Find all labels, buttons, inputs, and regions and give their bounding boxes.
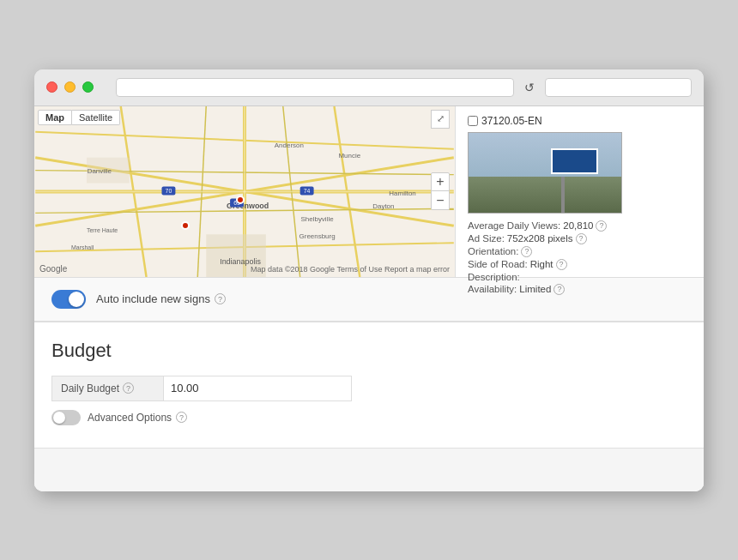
billboard-sign (551, 148, 598, 174)
zoom-out-button[interactable]: − (431, 191, 450, 210)
orientation-row: Orientation: ? (468, 246, 692, 257)
sign-id-row: 37120.05-EN (468, 115, 692, 127)
advanced-options-row: Advanced Options ? (51, 410, 687, 425)
toggle-knob (69, 292, 84, 307)
description-row: Description: (468, 272, 692, 282)
availability-help[interactable]: ? (554, 284, 565, 295)
auto-include-toggle[interactable] (51, 290, 86, 309)
side-of-road-label: Side of Road: (468, 259, 528, 269)
close-button[interactable] (46, 81, 57, 93)
advanced-options-label: Advanced Options (88, 412, 172, 424)
ad-size-value: 752x208 pixels (507, 233, 573, 244)
advanced-toggle-knob (53, 412, 65, 424)
availability-row: Availability: Limited ? (468, 284, 692, 295)
side-of-road-help[interactable]: ? (556, 259, 567, 270)
map-tab-satellite[interactable]: Satellite (72, 110, 120, 125)
advanced-options-help[interactable]: ? (176, 412, 187, 423)
ad-size-label: Ad Size: (468, 233, 505, 244)
daily-budget-help[interactable]: ? (123, 382, 134, 394)
availability-label: Availability: (468, 284, 517, 294)
auto-include-label: Auto include new signs (96, 292, 210, 305)
search-bar[interactable] (545, 78, 692, 97)
svg-text:Terre Haute: Terre Haute (87, 227, 118, 233)
map-section: Indianapolis Shelbyville Danville Greens… (34, 106, 704, 278)
svg-text:Anderson: Anderson (275, 141, 304, 148)
daily-budget-input[interactable] (163, 376, 352, 401)
svg-text:Muncie: Muncie (338, 151, 360, 159)
availability-value: Limited (519, 284, 551, 294)
ad-size-help[interactable]: ? (576, 233, 587, 244)
map-attribution: Map data ©2018 Google Terms of Use Repor… (251, 265, 450, 274)
auto-include-help[interactable]: ? (215, 293, 226, 304)
advanced-options-label-row: Advanced Options ? (88, 412, 187, 424)
map-zoom-controls: + − (431, 172, 450, 210)
reload-button[interactable]: ↺ (521, 81, 538, 94)
map-tab-map[interactable]: Map (38, 110, 72, 125)
daily-budget-row: Daily Budget ? (51, 376, 687, 401)
avg-daily-views-help[interactable]: ? (596, 220, 607, 232)
ad-size-row: Ad Size: 752x208 pixels ? (468, 233, 692, 244)
orientation-label: Orientation: (468, 246, 518, 256)
map-background: Indianapolis Shelbyville Danville Greens… (34, 106, 455, 277)
budget-section: Budget Daily Budget ? Advanced Options ? (34, 322, 704, 448)
map-tabs: Map Satellite (38, 110, 120, 125)
svg-text:70: 70 (166, 188, 172, 194)
avg-daily-views-row: Average Daily Views: 20,810 ? (468, 220, 692, 232)
maximize-button[interactable] (82, 81, 94, 93)
expand-icon: ⤢ (437, 113, 445, 124)
map-area[interactable]: Indianapolis Shelbyville Danville Greens… (34, 106, 455, 277)
google-logo: Google (39, 264, 67, 274)
daily-budget-label-cell: Daily Budget ? (51, 376, 163, 401)
advanced-options-toggle[interactable] (51, 410, 81, 425)
bottom-space (34, 449, 704, 491)
svg-text:Hamilton: Hamilton (389, 190, 415, 197)
daily-budget-label: Daily Budget (61, 382, 119, 394)
svg-text:Shelbyville: Shelbyville (301, 215, 335, 223)
main-content: Indianapolis Shelbyville Danville Greens… (34, 106, 704, 491)
map-pin-secondary (181, 221, 190, 230)
orientation-help[interactable]: ? (521, 246, 532, 257)
address-bar[interactable] (116, 78, 514, 97)
info-panel: 37120.05-EN Average Daily Views: 20,810 … (455, 106, 704, 277)
minimize-button[interactable] (64, 81, 76, 93)
title-bar: ↺ (34, 69, 704, 106)
auto-include-label-row: Auto include new signs ? (96, 292, 226, 305)
billboard-image (468, 132, 622, 214)
billboard-ground (469, 177, 621, 213)
map-pin-primary (236, 196, 245, 204)
side-of-road-row: Side of Road: Right ? (468, 259, 692, 270)
app-window: ↺ (34, 69, 704, 491)
avg-daily-views-label: Average Daily Views: (468, 220, 560, 231)
sign-id: 37120.05-EN (481, 115, 542, 127)
svg-text:Greensburg: Greensburg (299, 232, 336, 240)
sign-checkbox[interactable] (468, 116, 478, 126)
description-label: Description: (468, 272, 520, 282)
svg-text:Dayton: Dayton (372, 202, 394, 210)
map-expand-button[interactable]: ⤢ (431, 110, 450, 129)
zoom-in-button[interactable]: + (431, 172, 450, 191)
budget-title: Budget (51, 340, 687, 362)
map-roads: Indianapolis Shelbyville Danville Greens… (34, 106, 455, 277)
billboard-pole (561, 177, 565, 213)
avg-daily-views-value: 20,810 (563, 220, 593, 231)
svg-text:74: 74 (304, 188, 311, 194)
svg-text:Danville: Danville (88, 166, 112, 174)
svg-text:Marshall: Marshall (71, 244, 94, 250)
side-of-road-value: Right (530, 259, 554, 269)
